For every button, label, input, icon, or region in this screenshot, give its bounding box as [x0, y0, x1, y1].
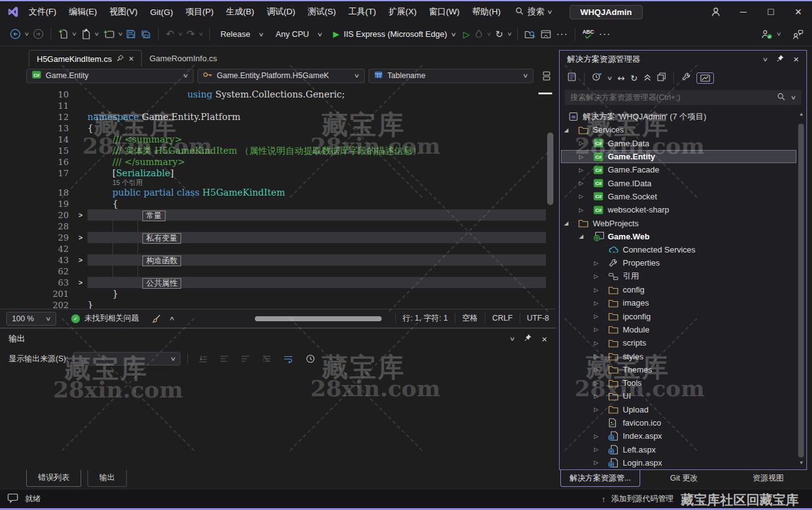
configuration-dropdown[interactable]: Release∨ [214, 28, 269, 41]
tree-item-images[interactable]: ▷images [561, 296, 796, 309]
menu-项目-P-[interactable]: 项目(P) [179, 1, 220, 22]
tab-solution-explorer[interactable]: 解决方案资源管... [560, 470, 640, 487]
code-cleanup-icon[interactable] [152, 314, 161, 323]
pin-icon[interactable] [117, 54, 124, 64]
tree-expander-icon[interactable]: ▷ [592, 300, 608, 306]
minimize-button[interactable]: ─ [730, 1, 757, 22]
platform-dropdown[interactable]: Any CPU∨ [269, 28, 328, 41]
tree-item-Left.aspx[interactable]: ▷Left.aspx [561, 443, 796, 456]
chevron-down-icon[interactable]: ∨ [91, 31, 102, 37]
tab-error-list[interactable]: 错误列表 [26, 470, 81, 487]
fold-expander-icon[interactable]: > [74, 277, 87, 288]
split-editor-icon[interactable] [542, 71, 551, 81]
menu-视图-V-[interactable]: 视图(V) [103, 1, 144, 22]
tree-expander-icon[interactable]: ▷ [577, 207, 593, 213]
properties-wrench-icon[interactable] [681, 72, 691, 84]
tree-item-Tools[interactable]: ▷Tools [561, 376, 796, 389]
encoding-indicator[interactable]: UTF-8 [520, 313, 556, 324]
chevron-down-icon[interactable]: ∨ [504, 31, 515, 37]
collapse-all-icon[interactable] [643, 72, 651, 84]
eol-indicator[interactable]: CRLF [485, 313, 520, 324]
tree-item-解决方案-WHQJAdmin-7-个项目-[interactable]: ∞解决方案 'WHQJAdmin' (7 个项目) [561, 110, 796, 123]
member-dropdown[interactable]: Tablename ∨ [369, 69, 533, 83]
tree-item-Module[interactable]: ▷Module [561, 323, 796, 336]
tree-expander-icon[interactable]: ▷ [592, 340, 608, 346]
tree-scrollbar[interactable]: ▲ ▼ [798, 110, 805, 467]
collapsed-region-私有变量[interactable]: 私有变量 [142, 233, 181, 244]
tree-expander-icon[interactable]: ▷ [592, 313, 608, 319]
line-column-indicator[interactable]: 行: 1, 字符: 1 [395, 313, 455, 324]
scroll-up-icon[interactable]: ▲ [798, 111, 805, 117]
tree-expander-icon[interactable]: ▷ [592, 273, 608, 279]
tree-item-Game.Facade[interactable]: ▷C#Game.Facade [561, 163, 796, 176]
tree-item-scripts[interactable]: ▷scripts [561, 336, 796, 349]
menu-Git-G-[interactable]: Git(G) [144, 1, 179, 22]
more-commands-icon[interactable]: ··· [597, 26, 613, 42]
close-icon[interactable]: × [542, 334, 547, 344]
tree-item-favicon.ico[interactable]: favicon.ico [561, 416, 796, 429]
tree-item-config[interactable]: ▷config [561, 283, 796, 296]
tab-resource-view[interactable]: 资源视图 [737, 470, 800, 487]
code-editor[interactable]: 10using System.Collections.Generic;1112n… [0, 86, 556, 309]
tree-item-Game.Socket[interactable]: ▷C#Game.Socket [561, 190, 796, 203]
pin-icon[interactable] [524, 334, 532, 344]
horizontal-scrollbar[interactable] [255, 316, 382, 321]
tree-item-Game.Entity[interactable]: ▷C#Game.Entity [561, 150, 796, 163]
fold-expander-icon[interactable]: > [74, 232, 87, 243]
word-wrap-icon[interactable] [280, 355, 297, 363]
tree-item-WebProjects[interactable]: ◢WebProjects [561, 216, 796, 229]
add-to-source-control[interactable]: ↑ 添加到源代码管理 [602, 489, 674, 509]
tree-expander-icon[interactable]: ▷ [577, 140, 593, 146]
tree-item-Game.Web[interactable]: ◢Game.Web [561, 230, 796, 243]
maximize-button[interactable]: □ [757, 1, 785, 22]
chevron-down-icon[interactable]: ∨ [115, 31, 126, 37]
pin-icon[interactable] [776, 54, 784, 64]
menu-窗口-W-[interactable]: 窗口(W) [423, 1, 466, 22]
tree-item-UI[interactable]: ▷UI [561, 389, 796, 402]
vertical-scrollbar[interactable] [547, 132, 553, 205]
collapsed-region-公共属性[interactable]: 公共属性 [142, 278, 181, 289]
close-icon[interactable]: × [793, 54, 799, 64]
chevron-up-icon[interactable]: ∨ [169, 316, 175, 322]
tree-expander-icon[interactable]: ▷ [592, 260, 608, 266]
chevron-down-icon[interactable]: ∨ [69, 31, 80, 37]
find-in-files-icon[interactable] [522, 26, 538, 42]
tree-item-Services[interactable]: ◢Services [561, 123, 796, 136]
tree-expander-icon[interactable]: ▷ [592, 287, 608, 293]
tree-item-引用[interactable]: ▷引用 [561, 270, 796, 283]
output-source-dropdown[interactable]: ∨ [73, 352, 181, 366]
save-all-icon[interactable] [138, 26, 154, 42]
document-health[interactable]: ✓未找到相关问题 [71, 313, 139, 324]
chevron-down-icon[interactable]: ∨ [773, 31, 785, 37]
search-input[interactable] [565, 93, 777, 102]
type-dropdown[interactable]: Game.Entity.Platform.H5GameK ∨ [197, 69, 365, 83]
browser-window-icon[interactable] [538, 26, 553, 42]
menu-编辑-E-[interactable]: 编辑(E) [62, 1, 103, 22]
tab-output[interactable]: 输出 [87, 470, 127, 487]
tree-expander-icon[interactable]: ▷ [592, 393, 608, 399]
sync-with-active-document-icon[interactable]: ↔ [618, 73, 625, 83]
zoom-dropdown[interactable]: 100 %∨ [6, 312, 56, 326]
tree-expander-icon[interactable]: ▷ [592, 459, 608, 466]
switch-views-icon[interactable] [567, 72, 577, 84]
send-feedback-icon[interactable] [790, 26, 806, 42]
tree-expander-icon[interactable]: ▷ [577, 193, 593, 199]
editor-tab-GameRoomInfo.cs[interactable]: GameRoomInfo.cs [142, 50, 224, 67]
start-without-debugging-icon[interactable]: ▷ [460, 26, 472, 42]
tree-expander-icon[interactable]: ▷ [577, 180, 593, 186]
tab-git-changes[interactable]: Git 更改 [653, 470, 715, 487]
tree-item-websocket-sharp[interactable]: ▷C#websocket-sharp [561, 203, 796, 216]
tree-expander-icon[interactable]: ◢ [577, 233, 593, 239]
chevron-down-icon[interactable]: ∨ [607, 75, 613, 81]
tree-item-Index.aspx[interactable]: ▷Index.aspx [561, 429, 796, 442]
tree-item-Connected-Services[interactable]: Connected Services [561, 243, 796, 256]
tree-expander-icon[interactable]: ▷ [577, 154, 593, 160]
menu-文件-F-[interactable]: 文件(F) [22, 1, 62, 22]
editor-tab-H5GameKindItem.cs[interactable]: H5GameKindItem.cs× [29, 50, 142, 67]
clock-icon[interactable] [302, 354, 319, 363]
menu-生成-B-[interactable]: 生成(B) [220, 1, 260, 22]
menu-帮助-H-[interactable]: 帮助(H) [466, 1, 507, 22]
tree-expander-icon[interactable]: ▷ [592, 406, 608, 412]
tree-expander-icon[interactable]: ◢ [562, 220, 578, 226]
close-icon[interactable]: × [129, 54, 134, 64]
